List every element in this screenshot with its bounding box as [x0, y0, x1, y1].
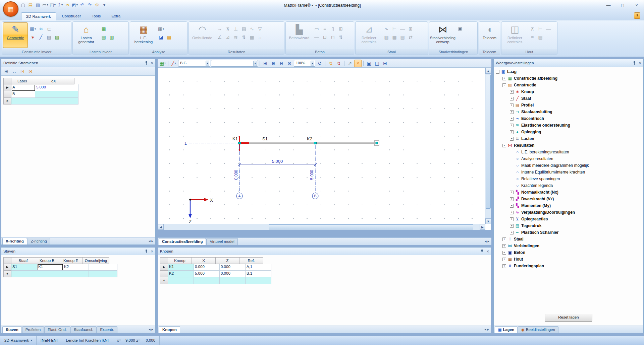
hout-definieer-controles-button[interactable]: ◫ Definieer controles: [502, 22, 527, 48]
pin-icon[interactable]: [481, 250, 484, 253]
tree-item[interactable]: + ⊸ Staafaansluiting: [494, 109, 643, 115]
arcering-icon[interactable]: ▨: [53, 33, 61, 41]
tree-expander-icon[interactable]: -: [502, 144, 506, 147]
instellingen-icon[interactable]: ⚙: [94, 1, 100, 8]
horizontal-scroll-thumb[interactable]: [269, 224, 473, 229]
tree-item[interactable]: + ∗ Knoop: [494, 88, 643, 95]
tabs-scroll-left-icon[interactable]: ◂: [485, 239, 487, 244]
berekeningsinstellingen-icon[interactable]: ▦: [157, 25, 165, 32]
label-cell[interactable]: B: [11, 91, 35, 98]
tree-expander-icon[interactable]: -: [496, 70, 499, 74]
tree-item[interactable]: + ▞ Dwarskracht (Vz): [494, 196, 643, 202]
raster-icon[interactable]: ▦: [29, 25, 37, 32]
tree-expander-icon[interactable]: +: [502, 237, 506, 241]
nieuw-icon[interactable]: ▢: [20, 1, 26, 8]
knoop-e-cell[interactable]: K2: [63, 264, 89, 271]
staal-tabel-icon[interactable]: ▤: [399, 33, 406, 41]
tab-staafaansl[interactable]: Staafaansl.: [70, 326, 97, 333]
tree-item[interactable]: ○ Interne Equilibrium\Interne krachten: [494, 169, 643, 176]
close-panel-icon[interactable]: ×: [151, 249, 153, 254]
profielen-tool-icon[interactable]: ▤: [45, 33, 53, 41]
knopen-tool-icon[interactable]: ∗: [29, 33, 37, 41]
lastgevallen-icon[interactable]: ▤: [100, 33, 107, 41]
tree-expander-icon[interactable]: +: [510, 130, 514, 134]
lastcombinaties-icon[interactable]: ▥: [108, 33, 115, 41]
tree-expander-icon[interactable]: +: [510, 217, 514, 221]
x-cell[interactable]: 0.000: [194, 264, 220, 271]
column-header-x[interactable]: X: [192, 257, 216, 264]
resultaten-export-icon[interactable]: ↔: [256, 33, 264, 41]
knoop-b-cell[interactable]: K1: [37, 264, 63, 271]
zoom-alles-icon[interactable]: ⊛: [286, 60, 293, 67]
column-header-z[interactable]: Z: [216, 257, 239, 264]
mode-dropdown-icon[interactable]: ▾: [31, 339, 33, 342]
tree-item[interactable]: + ▚ Momenten (My): [494, 202, 643, 209]
close-panel-icon[interactable]: ×: [151, 61, 153, 65]
telecom-button[interactable]: ◖ Telecom: [480, 22, 499, 48]
label-cell[interactable]: [11, 98, 35, 105]
z-cell[interactable]: [220, 277, 246, 284]
open-icon[interactable]: ▤: [27, 1, 34, 8]
tab-extra[interactable]: Extra: [107, 12, 125, 20]
row-selector[interactable]: ∗: [3, 98, 11, 105]
tree-expander-icon[interactable]: +: [510, 104, 514, 107]
column-header-knoop-b[interactable]: Knoop B: [35, 257, 59, 264]
afdrukvoorbeeld-icon[interactable]: ◰: [49, 1, 56, 8]
tab-beeldinstellingen[interactable]: ◉ Beeldinstellingen: [518, 326, 558, 333]
beton-profiel-icon[interactable]: ▯: [329, 25, 336, 32]
lasten-generator-button[interactable]: ⌂ Lasten generator: [74, 22, 99, 48]
row-selector[interactable]: ∗: [3, 271, 11, 277]
tab-lagen[interactable]: ▣ Lagen: [495, 326, 518, 333]
tree-item[interactable]: + ▚ Normaalkracht (Nx): [494, 189, 643, 196]
zoom-venster-icon[interactable]: ⊞: [262, 60, 269, 67]
reacties-icon[interactable]: ⇅: [240, 33, 248, 41]
beton-toets-icon[interactable]: ⊞: [337, 25, 344, 32]
x-cell[interactable]: [194, 277, 220, 284]
qat-meer-icon[interactable]: ▾: [101, 1, 108, 8]
belastinggeval-combo[interactable]: B.G.: [178, 60, 210, 67]
scroll-right-icon[interactable]: ▶: [480, 224, 485, 230]
dwarskracht-resultaat-icon[interactable]: ⊥: [232, 25, 239, 32]
hout-stabiliteit-icon[interactable]: ⊢: [537, 25, 544, 32]
column-header-ref[interactable]: Ref.: [239, 257, 263, 264]
knoop-cell[interactable]: K1: [168, 264, 194, 271]
tree-item[interactable]: + ¬ Excentrisch: [494, 115, 643, 122]
tab-construeer[interactable]: Construeer: [57, 12, 86, 20]
drawing-canvas[interactable]: 1 K1 S1 K2 5.000 0.000 5.000: [158, 68, 485, 230]
column-header-knoop[interactable]: Knoop: [168, 257, 192, 264]
z-cell[interactable]: 0.000: [220, 264, 246, 271]
tabs-scroll-right-icon[interactable]: ▸: [487, 239, 489, 244]
beton-doorsnede-icon[interactable]: ≡: [321, 25, 328, 32]
tree-item[interactable]: + ⊻ Oplegreacties: [494, 216, 643, 222]
tree-expander-icon[interactable]: +: [502, 77, 506, 80]
opslaan-icon[interactable]: ▥: [35, 1, 41, 8]
tab-virtueel-model[interactable]: Virtueel model: [206, 238, 237, 245]
lasten-tabel-icon[interactable]: ▦: [100, 25, 107, 32]
tree-item[interactable]: + ▣ Beton: [494, 249, 643, 256]
staal-toets-icon[interactable]: ⊞: [407, 25, 414, 32]
tree-item[interactable]: + # Funderingsplan: [494, 263, 643, 269]
tree-item[interactable]: - ⋈ Resultaten: [494, 142, 643, 149]
raster-weergave-icon[interactable]: ▦: [159, 60, 166, 67]
staal-stabiliteit-icon[interactable]: ⊢: [391, 25, 398, 32]
schermafdruk-icon[interactable]: ◩: [71, 1, 78, 8]
tree-expander-icon[interactable]: +: [510, 117, 514, 121]
momenten-resultaat-icon[interactable]: ▤: [240, 25, 248, 32]
tree-expander-icon[interactable]: +: [510, 211, 514, 214]
snap-raster-icon[interactable]: ↯: [335, 60, 342, 67]
omhullende-min-icon[interactable]: ▽: [256, 25, 264, 32]
hout-doorsnede-icon[interactable]: ⊼: [529, 25, 536, 32]
betonwizard-button[interactable]: ▙ Betonwizard: [287, 22, 312, 48]
tree-item[interactable]: + ▤ Tegendruk: [494, 222, 643, 229]
column-header-dx[interactable]: dX: [33, 78, 74, 84]
row-selector[interactable]: [3, 91, 11, 98]
spanningen-resultaat-icon[interactable]: ∿: [248, 25, 256, 32]
row-selector[interactable]: ▶: [3, 84, 11, 91]
verplaatsingen-resultaat-icon[interactable]: →: [216, 25, 223, 32]
staal-doorsnede-icon[interactable]: ∿: [383, 25, 390, 32]
tab-elast-ond[interactable]: Elast. Ond.: [44, 326, 70, 333]
zoom-vorige-icon[interactable]: ↺: [316, 60, 323, 67]
tree-item[interactable]: + ∿ Verplaatsing/Doorbuigingen: [494, 209, 643, 216]
staal-profielen-icon[interactable]: ▥: [383, 33, 390, 41]
column-header-label[interactable]: Label: [11, 78, 33, 84]
